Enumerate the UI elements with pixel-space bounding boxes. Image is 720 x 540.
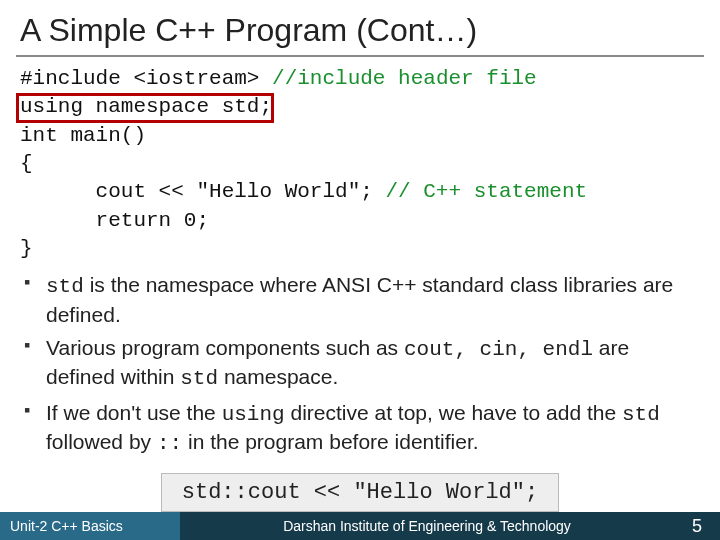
bullet-text: in the program before identifier. <box>182 430 479 453</box>
bullet-item: std is the namespace where ANSI C++ stan… <box>24 271 696 328</box>
code-inline: std <box>46 275 84 298</box>
code-inline: :: <box>157 432 182 455</box>
bullet-text: namespace. <box>218 365 338 388</box>
code-line: using namespace std; <box>20 93 700 121</box>
code-inline: std <box>180 367 218 390</box>
code-comment: // C++ statement <box>373 180 587 203</box>
code-inline: using <box>222 403 285 426</box>
example-code: std::cout << "Hello World"; <box>161 473 559 512</box>
title-underline <box>16 55 704 57</box>
code-inline: cout, cin, endl <box>404 338 593 361</box>
footer-page-number: 5 <box>674 512 720 540</box>
example-wrap: std::cout << "Hello World"; <box>0 473 720 512</box>
code-line: cout << "Hello World"; // C++ statement <box>20 178 700 206</box>
code-line: } <box>20 235 700 263</box>
footer-unit: Unit-2 C++ Basics <box>0 512 180 540</box>
code-line: { <box>20 150 700 178</box>
footer-institute: Darshan Institute of Engineering & Techn… <box>180 512 674 540</box>
bullet-text: If we don't use the <box>46 401 222 424</box>
bullet-text: is the namespace where ANSI C++ standard… <box>46 273 673 325</box>
code-line: int main() <box>20 122 700 150</box>
slide-title: A Simple C++ Program (Cont…) <box>0 0 720 55</box>
footer: Unit-2 C++ Basics Darshan Institute of E… <box>0 512 720 540</box>
bullet-item: If we don't use the using directive at t… <box>24 399 696 458</box>
code-comment: //include header file <box>259 67 536 90</box>
code-line: #include <iostream> //include header fil… <box>20 65 700 93</box>
code-block: #include <iostream> //include header fil… <box>0 65 720 269</box>
bullet-item: Various program components such as cout,… <box>24 334 696 393</box>
bullet-text: Various program components such as <box>46 336 404 359</box>
slide: A Simple C++ Program (Cont…) #include <i… <box>0 0 720 540</box>
bullet-list: std is the namespace where ANSI C++ stan… <box>0 269 720 463</box>
code-text: cout << "Hello World"; <box>20 180 373 203</box>
code-line: return 0; <box>20 207 700 235</box>
code-text: #include <iostream> <box>20 67 259 90</box>
bullet-text: directive at top, we have to add the <box>285 401 622 424</box>
code-inline: std <box>622 403 660 426</box>
bullet-text: followed by <box>46 430 157 453</box>
